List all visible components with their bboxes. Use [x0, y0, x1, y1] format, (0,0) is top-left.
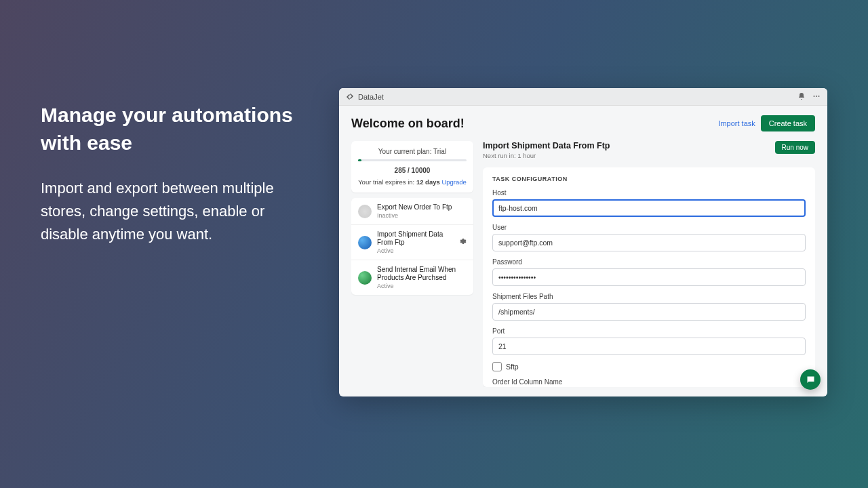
sftp-checkbox[interactable] — [492, 362, 502, 371]
gear-icon[interactable] — [458, 237, 467, 247]
upgrade-link[interactable]: Upgrade — [441, 178, 466, 186]
app-window: DataJet Welcome on board! Import task Cr… — [339, 88, 827, 396]
notification-icon[interactable] — [797, 92, 806, 102]
app-logo-icon — [346, 93, 354, 101]
orderid-label: Order Id Column Name — [492, 378, 806, 386]
usage-progress — [358, 159, 467, 161]
create-task-button[interactable]: Create task — [761, 115, 815, 131]
plan-prefix: Your current plan: — [378, 148, 432, 155]
svg-point-0 — [814, 96, 815, 97]
run-now-button[interactable]: Run now — [775, 141, 815, 154]
port-input[interactable] — [492, 338, 806, 355]
promo-panel: Manage your automations with ease Import… — [41, 102, 312, 246]
host-input[interactable] — [492, 199, 806, 217]
task-item-status: Active — [377, 247, 453, 254]
task-icon — [358, 236, 372, 249]
task-icon — [358, 205, 372, 218]
app-name: DataJet — [358, 93, 384, 101]
user-input[interactable] — [492, 234, 806, 251]
titlebar: DataJet — [339, 88, 827, 106]
task-icon — [358, 271, 372, 285]
import-task-link[interactable]: Import task — [718, 119, 755, 127]
task-item-status: Inactive — [377, 212, 467, 219]
task-item-label: Import Shipment Data From Ftp — [377, 230, 453, 247]
expiry-days: 12 days — [416, 178, 440, 186]
task-item-import-shipment[interactable]: Import Shipment Data From Ftp Active — [351, 225, 473, 260]
config-panel: TASK CONFIGURATION Host User Password — [483, 167, 815, 387]
svg-point-1 — [816, 96, 817, 97]
usage-text: 285 / 10000 — [358, 167, 467, 174]
task-item-label: Export New Order To Ftp — [377, 203, 467, 211]
plan-name: Trial — [433, 148, 446, 155]
plan-card: Your current plan: Trial 285 / 10000 You… — [351, 141, 473, 192]
config-heading: TASK CONFIGURATION — [492, 176, 806, 182]
page-header: Welcome on board! Import task Create tas… — [351, 115, 815, 131]
detail-title: Import Shipment Data From Ftp — [483, 141, 610, 150]
path-label: Shipment Files Path — [492, 293, 806, 300]
path-input[interactable] — [492, 303, 806, 321]
port-label: Port — [492, 327, 806, 335]
chat-icon — [806, 375, 816, 385]
svg-point-2 — [818, 96, 820, 97]
task-item-label: Send Internal Email When Products Are Pu… — [377, 266, 467, 282]
task-item-send-email[interactable]: Send Internal Email When Products Are Pu… — [351, 260, 473, 295]
task-item-export-order[interactable]: Export New Order To Ftp Inactive — [351, 198, 473, 225]
expiry-prefix: Your trial expires in: — [358, 178, 414, 186]
password-label: Password — [492, 258, 806, 266]
promo-heading: Manage your automations with ease — [41, 102, 312, 157]
detail-header: Import Shipment Data From Ftp Next run i… — [483, 141, 815, 159]
detail-subtitle: Next run in: 1 hour — [483, 152, 610, 159]
password-input[interactable] — [492, 268, 806, 286]
promo-body: Import and export between multiple store… — [41, 177, 312, 246]
more-icon[interactable] — [812, 92, 821, 102]
task-item-status: Active — [377, 283, 467, 289]
chat-button[interactable] — [800, 369, 821, 390]
page-title: Welcome on board! — [351, 117, 465, 131]
task-list: Export New Order To Ftp Inactive Import … — [351, 198, 473, 295]
host-label: Host — [492, 189, 806, 197]
sftp-label: Sftp — [506, 363, 519, 371]
user-label: User — [492, 224, 806, 231]
